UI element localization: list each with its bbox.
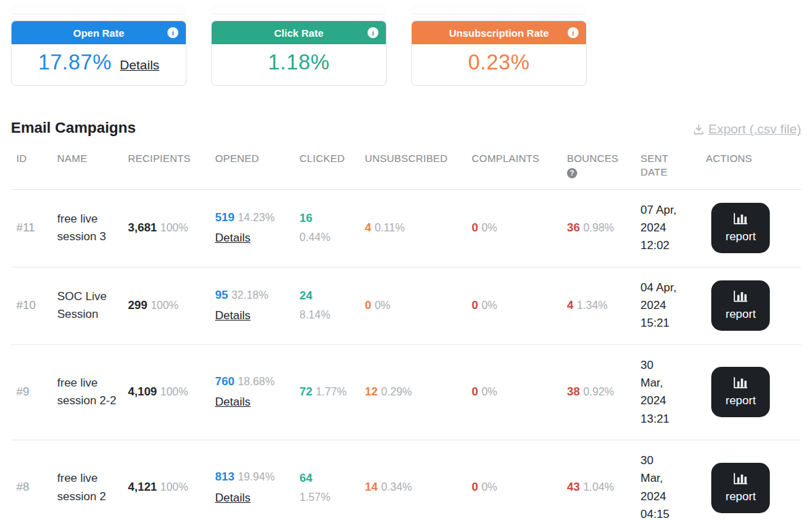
recipients-pct: 100% (161, 222, 189, 233)
opened-value-link[interactable]: 760 (215, 375, 234, 388)
bar-chart-icon (732, 289, 749, 303)
col-header-opened: OPENED (210, 141, 294, 189)
bounces-value: 36 (567, 221, 580, 234)
bounces-cell: 360.98% (562, 189, 635, 267)
info-icon[interactable]: i (368, 27, 378, 38)
unsubscription-rate-value: 0.23% (468, 50, 530, 75)
unsubscribed-cell: 40.11% (359, 189, 466, 267)
campaign-id: #8 (11, 440, 52, 522)
clicked-value: 64 (299, 472, 312, 485)
clicked-pct: 1.77% (316, 386, 346, 397)
col-header-sent-date: SENT DATE (635, 141, 700, 189)
bounces-cell: 380.92% (562, 344, 635, 440)
complaints-value: 0 (472, 299, 478, 312)
unsubscribed-cell: 120.29% (359, 344, 466, 440)
download-icon (693, 124, 704, 135)
opened-value-link[interactable]: 95 (215, 289, 228, 301)
campaign-name: SOC Live Session (52, 267, 123, 344)
opened-value-link[interactable]: 813 (215, 470, 234, 483)
clicked-cell: 641.57% (294, 440, 359, 522)
unsubscribed-pct: 0% (374, 299, 390, 311)
recipients-pct: 100% (161, 386, 189, 397)
open-rate-card-header: Open Rate i (12, 21, 186, 44)
recipients-cell: 299100% (123, 267, 210, 344)
click-rate-value: 1.18% (268, 50, 329, 75)
table-row: #11free live session 33,681100%51914.23%… (11, 189, 801, 267)
opened-details-link[interactable]: Details (215, 229, 250, 247)
table-row: #10SOC Live Session299100%9532.18%Detail… (11, 267, 801, 344)
opened-value-link[interactable]: 519 (215, 211, 234, 224)
actions-cell: report (700, 189, 801, 267)
col-header-actions: ACTIONS (700, 141, 801, 189)
actions-cell: report (700, 440, 801, 522)
opened-cell: 9532.18%Details (210, 267, 294, 344)
complaints-pct: 0% (481, 386, 497, 397)
clicked-value: 16 (299, 212, 312, 225)
report-button[interactable]: report (711, 280, 770, 331)
info-icon[interactable]: i (568, 27, 579, 38)
opened-details-link[interactable]: Details (215, 489, 250, 507)
click-rate-card: Click Rate i 1.18% (211, 20, 387, 86)
complaints-cell: 00% (466, 344, 562, 440)
unsubscribed-value: 14 (365, 480, 378, 493)
report-button[interactable]: report (711, 367, 770, 417)
report-button-label: report (726, 308, 756, 321)
report-button[interactable]: report (711, 203, 770, 253)
complaints-pct: 0% (481, 222, 497, 233)
campaign-name: free live session 3 (52, 189, 123, 267)
campaigns-table: IDNAMERECIPIENTSOPENEDCLICKEDUNSUBSCRIBE… (11, 141, 801, 522)
opened-cell: 51914.23%Details (210, 189, 294, 267)
actions-cell: report (700, 344, 801, 440)
col-header-recipients: RECIPIENTS (123, 141, 210, 189)
email-campaigns-dashboard: Open Rate i 17.87% Details Click Rate i … (0, 0, 812, 522)
report-button[interactable]: report (711, 463, 770, 513)
open-rate-value: 17.87% (38, 50, 112, 75)
opened-cell: 81319.94%Details (210, 440, 294, 522)
complaints-value: 0 (472, 480, 478, 493)
actions-cell: report (700, 267, 801, 344)
section-header: Email Campaigns Export (.csv file) (11, 119, 801, 137)
unsubscription-rate-card-body: 0.23% (412, 44, 586, 85)
bounces-cell: 431.04% (562, 440, 635, 522)
unsubscription-rate-card-header: Unsubscription Rate i (412, 21, 586, 44)
opened-details-link[interactable]: Details (215, 393, 250, 411)
sent-date-cell: 07 Apr,202412:02 (635, 189, 700, 267)
complaints-pct: 0% (481, 299, 497, 311)
col-header-unsubscribed: UNSUBSCRIBED (359, 141, 466, 189)
report-button-label: report (726, 394, 756, 408)
col-header-complaints: COMPLAINTS (466, 141, 562, 189)
bounces-value: 43 (567, 480, 580, 493)
clicked-pct: 8.14% (299, 307, 354, 324)
opened-pct: 14.23% (238, 212, 274, 223)
partial-element-above (11, 4, 186, 15)
recipients-value: 299 (128, 299, 147, 312)
open-rate-details-link[interactable]: Details (120, 58, 159, 73)
clicked-value: 72 (299, 385, 312, 398)
info-icon[interactable]: i (167, 27, 178, 38)
bounces-cell: 41.34% (562, 267, 635, 344)
export-csv-link[interactable]: Export (.csv file) (693, 122, 801, 137)
unsubscribed-pct: 0.29% (381, 386, 412, 397)
sent-date-cell: 30Mar,202404:15 (635, 440, 700, 522)
bounces-pct: 1.04% (583, 481, 614, 493)
bar-chart-icon (732, 212, 749, 225)
recipients-value: 4,121 (128, 480, 157, 493)
open-rate-card-body: 17.87% Details (12, 44, 186, 85)
question-icon[interactable]: ? (567, 168, 577, 178)
unsubscribed-value: 4 (365, 221, 371, 234)
unsubscribed-pct: 0.11% (374, 222, 404, 233)
bar-chart-icon (732, 376, 749, 389)
opened-pct: 18.68% (238, 376, 274, 387)
table-row: #8free live session 24,121100%81319.94%D… (11, 440, 801, 522)
opened-details-link[interactable]: Details (215, 307, 250, 325)
campaign-name: free live session 2-2 (52, 344, 123, 440)
sent-date-cell: 04 Apr,202415:21 (635, 267, 700, 344)
campaign-id: #10 (11, 267, 52, 344)
opened-pct: 19.94% (238, 471, 274, 483)
col-header-name: NAME (52, 141, 123, 189)
bounces-value: 4 (567, 299, 573, 312)
bounces-value: 38 (567, 385, 580, 398)
partial-element-above (411, 4, 587, 15)
report-button-label: report (726, 490, 756, 504)
recipients-pct: 100% (161, 481, 189, 493)
